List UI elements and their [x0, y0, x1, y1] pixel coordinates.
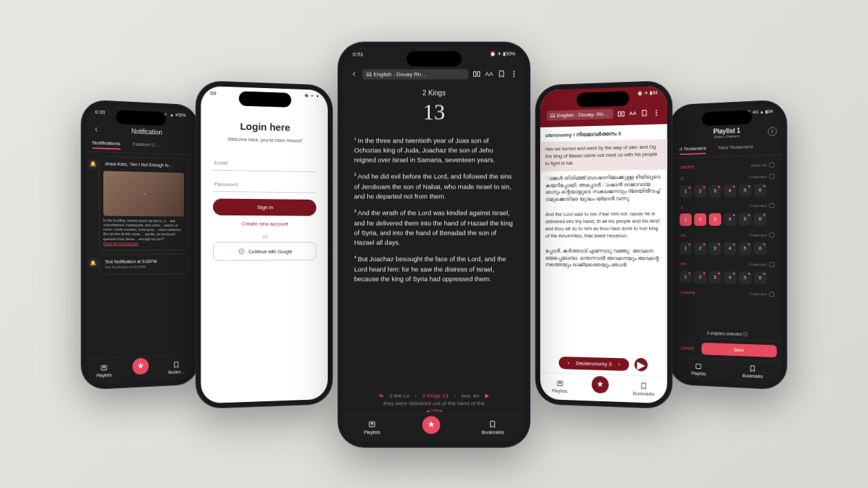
- chapter-chip[interactable]: 1: [680, 213, 692, 226]
- bookmarks-icon: [640, 381, 648, 390]
- signin-button[interactable]: Sign in: [213, 198, 316, 215]
- chevron-right-icon[interactable]: ›: [618, 361, 620, 367]
- chapter-chip[interactable]: 3: [709, 213, 721, 225]
- cancel-button[interactable]: Cancel: [679, 341, 696, 354]
- chapter-chip[interactable]: 5: [738, 242, 751, 255]
- chevron-right-icon[interactable]: ›: [454, 392, 456, 399]
- bookmarks-icon: [173, 360, 180, 368]
- back-icon[interactable]: [92, 125, 100, 134]
- nav-playlists[interactable]: Playlists: [692, 362, 706, 376]
- book-section-row[interactable]: ronomy0 selected: [680, 287, 776, 300]
- bell-icon: 🔔: [88, 158, 99, 169]
- nav-playlists[interactable]: Playlists: [96, 363, 112, 377]
- notification-card[interactable]: 🔔 Jesus Asks, "Am I Not Enough fo… ✧ In …: [99, 156, 189, 251]
- book-section-row[interactable]: us0 selected: [680, 229, 776, 241]
- tab-feature[interactable]: Feature U…: [133, 141, 160, 151]
- play-icon[interactable]: ▶: [485, 392, 489, 399]
- save-button[interactable]: Save: [701, 342, 777, 357]
- book-open-icon[interactable]: [617, 109, 625, 118]
- nudge-icon[interactable]: ⇆: [379, 392, 384, 399]
- svg-point-7: [656, 112, 657, 113]
- nav-playlists[interactable]: Playlists: [552, 379, 567, 393]
- chapter-chip[interactable]: 6: [754, 271, 767, 284]
- play-button[interactable]: ▶: [634, 357, 648, 371]
- chapter-chip[interactable]: 3: [709, 270, 721, 284]
- bottom-nav: Playlists Bookmarks: [540, 372, 667, 403]
- fab-home[interactable]: [132, 357, 149, 374]
- book-open-icon[interactable]: [473, 70, 481, 78]
- tab-old-testament[interactable]: d Testament: [680, 145, 706, 155]
- bookmark-icon[interactable]: [641, 109, 649, 117]
- bookmarks-icon: [749, 364, 756, 372]
- verse-content[interactable]: 1In the three and twentieth year of Joas…: [343, 131, 525, 391]
- status-icons: ⏰ ✈ ▮50%: [490, 51, 515, 56]
- chapter-chip[interactable]: 1: [680, 184, 692, 197]
- book-section-row[interactable]: s3 selected: [680, 200, 776, 212]
- phone-login: 09 ✈ ᯤ ▮ Login here Welcome back, you've…: [196, 80, 333, 409]
- chevron-left-icon[interactable]: ‹: [415, 392, 417, 399]
- status-icons: ⏰ ✈ ▮84: [637, 89, 658, 96]
- more-icon[interactable]: [510, 70, 518, 78]
- google-signin-button[interactable]: Continue with Google: [213, 242, 316, 260]
- chapter-chip[interactable]: 3: [709, 242, 721, 254]
- chapter-chip[interactable]: 6: [754, 183, 767, 196]
- chapter-chip[interactable]: 4: [723, 213, 736, 226]
- checkbox-icon[interactable]: [769, 291, 774, 297]
- nav-playlists[interactable]: Playlists: [364, 421, 380, 435]
- password-field[interactable]: Password: [213, 177, 316, 193]
- nav-bookmarks[interactable]: Bookm…: [168, 360, 185, 374]
- email-field[interactable]: Email: [213, 156, 316, 172]
- nav-bookmarks[interactable]: Bookmarks: [482, 421, 504, 435]
- chapter-chip[interactable]: 1: [680, 242, 692, 255]
- checkbox-icon[interactable]: [769, 203, 774, 209]
- tab-new-testament[interactable]: New Testament: [719, 143, 753, 153]
- status-icons: ⏰ 4G ▲ ▮84: [745, 109, 773, 115]
- status-time: 0:51: [353, 51, 364, 57]
- font-size-icon[interactable]: AA: [630, 110, 637, 116]
- checkbox-icon[interactable]: [769, 162, 774, 167]
- notification-card[interactable]: 🔔 Test Notification at 9:02PM Test Notif…: [99, 254, 189, 275]
- chapter-chip[interactable]: 1: [680, 270, 692, 283]
- nav-bookmarks[interactable]: Bookmarks: [743, 364, 763, 379]
- chapter-number: 13: [343, 98, 525, 131]
- chapter-chip[interactable]: 2: [694, 184, 707, 198]
- login-subtitle: Welcome back, you've been missed!: [213, 136, 316, 143]
- chapter-chip[interactable]: 4: [723, 184, 736, 197]
- tab-notifications[interactable]: Notifications: [92, 140, 120, 149]
- fab-home[interactable]: [422, 416, 440, 434]
- chapter-chip[interactable]: 4: [723, 271, 736, 284]
- checkbox-icon[interactable]: [769, 233, 774, 237]
- chapter-chip[interactable]: 5: [738, 271, 751, 284]
- chapter-chip[interactable]: 2: [694, 242, 707, 255]
- current-chapter[interactable]: 2 Kings 13: [422, 392, 448, 399]
- chapter-chip[interactable]: 5: [738, 213, 751, 226]
- bottom-nav: Playlists Bookmarks: [343, 414, 525, 442]
- chapter-chip[interactable]: 2: [694, 270, 707, 283]
- chapter-chip[interactable]: 2: [694, 213, 707, 226]
- chapter-chip[interactable]: 6: [754, 242, 767, 255]
- book-section-row[interactable]: ers0 selected: [680, 258, 776, 270]
- checkbox-icon[interactable]: [769, 173, 774, 179]
- bookmark-icon[interactable]: [497, 70, 506, 78]
- phone-parallel-reader: ⏰ ✈ ▮84 🕮 English - Douay- Rh… AA uteron…: [535, 80, 672, 409]
- font-size-icon[interactable]: AA: [485, 71, 493, 78]
- language-selector[interactable]: 🕮 English - Douay- Rh…: [546, 109, 613, 120]
- phone-reader: 0:51 ⏰ ✈ ▮50% 🕮 English - Douay Rh… AA 2…: [338, 41, 530, 447]
- create-account-link[interactable]: Create new account: [213, 215, 316, 232]
- chapter-chip[interactable]: 3: [709, 184, 721, 197]
- fab-home[interactable]: [592, 376, 609, 394]
- chevron-left-icon[interactable]: ‹: [568, 359, 569, 365]
- chapter-chip[interactable]: 6: [754, 213, 767, 226]
- nav-bookmarks[interactable]: Bookmarks: [633, 381, 654, 396]
- chapter-chip[interactable]: 4: [723, 242, 736, 254]
- verse-tail: they were delivered out of the hand of t…: [343, 400, 525, 406]
- verse-ml: പ്പോൾ, കർത്താവ് എന്നോടു റഞ്ഞു: അവനെ ഭയപ്…: [540, 244, 667, 273]
- chapter-chip[interactable]: 5: [738, 183, 751, 196]
- read-more-link[interactable]: Read the full blog here: [103, 241, 184, 246]
- checkbox-icon[interactable]: [769, 262, 774, 267]
- more-icon[interactable]: [652, 108, 661, 116]
- chapter-nav-pill[interactable]: ‹ Deuteronomy 3 ›: [559, 356, 629, 370]
- info-icon[interactable]: i: [768, 126, 777, 136]
- back-icon[interactable]: [350, 70, 358, 78]
- language-selector[interactable]: 🕮 English - Douay Rh…: [362, 69, 468, 79]
